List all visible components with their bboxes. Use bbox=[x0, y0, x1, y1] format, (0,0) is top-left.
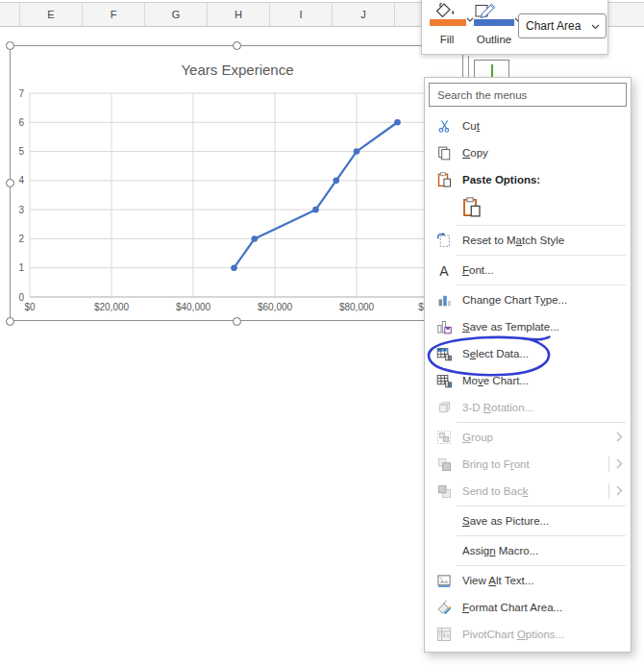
move-chart-icon bbox=[426, 373, 462, 388]
menu-separator bbox=[457, 284, 626, 285]
series-line bbox=[235, 122, 398, 267]
alt-text-icon bbox=[426, 574, 462, 588]
outline-button-label: Outline bbox=[472, 34, 516, 45]
excel-worksheet: E F G H I J K 01234567$0$20,000$40,000$6… bbox=[0, 0, 644, 667]
series-markers bbox=[231, 119, 401, 271]
chevron-down-icon bbox=[591, 19, 600, 33]
svg-text:$60,000: $60,000 bbox=[258, 302, 293, 312]
paste-icon bbox=[426, 172, 462, 187]
chart-handle-top-left[interactable] bbox=[6, 41, 14, 50]
menu-item-change-chart-type[interactable]: Change Chart Type... bbox=[426, 286, 630, 313]
chart-handle-bottom-left[interactable] bbox=[6, 317, 14, 326]
chart-type-icon bbox=[426, 293, 462, 308]
chart-element-selector[interactable]: Chart Area bbox=[518, 13, 607, 38]
chart-svg: 01234567$0$20,000$40,000$60,000$80,000$1… bbox=[11, 46, 462, 320]
paste-options-row bbox=[426, 193, 630, 224]
chart-element-selector-value: Chart Area bbox=[526, 19, 581, 33]
menu-separator bbox=[457, 422, 626, 423]
menu-item-send-to-back: Send to Back bbox=[426, 478, 630, 505]
chart-title: Years Experience bbox=[181, 62, 293, 78]
menu-item-font[interactable]: A Font... bbox=[426, 257, 630, 284]
column-header-f[interactable]: F bbox=[83, 3, 145, 26]
column-header-e[interactable]: E bbox=[20, 3, 83, 26]
outline-color-swatch bbox=[474, 19, 514, 26]
menu-item-bring-to-front: Bring to Front bbox=[426, 451, 630, 478]
format-fill-icon bbox=[426, 600, 462, 615]
menu-separator bbox=[457, 565, 626, 566]
menu-separator bbox=[457, 255, 626, 256]
group-icon bbox=[426, 430, 462, 445]
column-header-h[interactable]: H bbox=[208, 3, 270, 26]
select-data-icon bbox=[426, 346, 462, 361]
submenu-chevron-icon bbox=[616, 432, 623, 444]
svg-text:$40,000: $40,000 bbox=[176, 302, 211, 312]
reset-style-icon bbox=[426, 233, 462, 248]
mini-toolbar: Fill Outline Chart Area bbox=[421, 0, 608, 55]
chart-gridlines bbox=[30, 93, 445, 297]
outline-button[interactable]: Outline bbox=[474, 2, 518, 42]
menu-separator bbox=[457, 506, 626, 506]
chart-handle-mid-left[interactable] bbox=[6, 179, 14, 187]
svg-text:$20,000: $20,000 bbox=[94, 302, 130, 312]
column-header-partial[interactable] bbox=[0, 3, 20, 26]
pivotchart-icon bbox=[426, 627, 462, 642]
menu-item-copy[interactable]: Copy bbox=[426, 139, 630, 166]
split-button-divider bbox=[608, 457, 609, 472]
column-header-g[interactable]: G bbox=[145, 3, 208, 26]
chevron-down-icon bbox=[466, 10, 474, 27]
hidden-object-edge bbox=[468, 56, 469, 79]
menu-item-reset-to-match-style[interactable]: Reset to Match Style bbox=[426, 227, 630, 254]
svg-text:A: A bbox=[439, 263, 449, 278]
y-axis-labels: 01234567 bbox=[18, 88, 24, 303]
svg-text:2: 2 bbox=[18, 234, 24, 244]
fill-button-label: Fill bbox=[426, 34, 468, 45]
fill-color-swatch bbox=[430, 19, 466, 26]
context-menu: Cut Copy Paste Options: Reset to Match S… bbox=[424, 77, 632, 653]
column-header-j[interactable]: J bbox=[333, 3, 395, 26]
svg-text:1: 1 bbox=[18, 262, 24, 273]
menu-item-group: Group bbox=[426, 424, 630, 451]
column-header-i[interactable]: I bbox=[270, 3, 333, 26]
svg-text:5: 5 bbox=[18, 146, 24, 157]
save-template-icon bbox=[426, 319, 462, 334]
menu-item-save-as-template[interactable]: Save as Template... bbox=[426, 313, 630, 340]
svg-text:4: 4 bbox=[18, 175, 24, 185]
menu-item-assign-macro[interactable]: Assign Macro... bbox=[426, 537, 630, 564]
menu-item-save-as-picture[interactable]: Save as Picture... bbox=[426, 507, 630, 534]
submenu-chevron-icon bbox=[616, 485, 623, 498]
x-axis-labels: $0$20,000$40,000$60,000$80,000$100,000 bbox=[24, 302, 458, 312]
svg-text:$0: $0 bbox=[24, 302, 36, 312]
menu-item-move-chart[interactable]: Move Chart... bbox=[426, 367, 630, 394]
search-input[interactable] bbox=[429, 83, 627, 107]
cube-icon bbox=[426, 401, 462, 415]
menu-item-paste-options: Paste Options: bbox=[426, 166, 630, 193]
menu-item-format-chart-area[interactable]: Format Chart Area... bbox=[426, 594, 630, 621]
font-icon: A bbox=[426, 263, 462, 278]
paste-option-button[interactable] bbox=[462, 196, 482, 222]
menu-item-select-data[interactable]: Select Data... bbox=[426, 340, 630, 367]
chart-handle-top-center[interactable] bbox=[233, 41, 241, 50]
submenu-chevron-icon bbox=[616, 458, 623, 471]
split-button-divider bbox=[608, 483, 609, 499]
fill-button[interactable]: Fill bbox=[430, 2, 472, 42]
chart-area[interactable]: 01234567$0$20,000$40,000$60,000$80,000$1… bbox=[10, 45, 463, 321]
bring-to-front-icon bbox=[426, 457, 462, 472]
menu-separator bbox=[457, 535, 626, 536]
svg-text:6: 6 bbox=[18, 117, 24, 128]
svg-text:$80,000: $80,000 bbox=[339, 302, 375, 312]
chart-handle-bottom-center[interactable] bbox=[233, 317, 241, 326]
menu-separator bbox=[457, 225, 626, 226]
send-to-back-icon bbox=[426, 484, 462, 499]
menu-item-cut[interactable]: Cut bbox=[426, 112, 630, 139]
svg-text:0: 0 bbox=[18, 292, 24, 303]
svg-text:3: 3 bbox=[18, 205, 24, 215]
menu-item-3d-rotation: 3-D Rotation... bbox=[426, 394, 630, 421]
menu-item-pivotchart-options: PivotChart Options... bbox=[426, 621, 630, 648]
svg-text:7: 7 bbox=[18, 88, 24, 99]
menu-item-view-alt-text[interactable]: View Alt Text... bbox=[426, 567, 630, 594]
copy-icon bbox=[426, 146, 462, 161]
cut-icon bbox=[426, 119, 462, 134]
